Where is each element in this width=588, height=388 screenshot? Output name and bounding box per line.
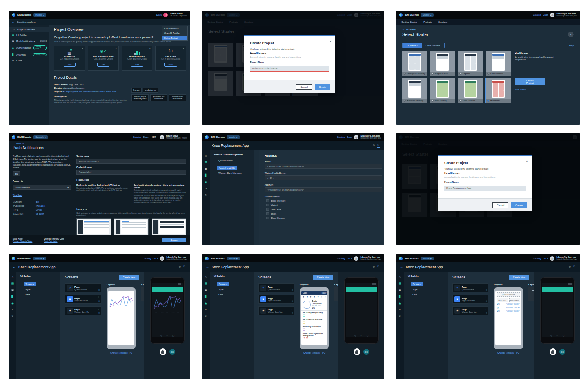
question-row[interactable]: Q3:<Answer choice>: [495, 309, 521, 313]
page-card-watson-care[interactable]: ☀ PageWatson Care Ma ⋮ ▯: [65, 306, 101, 315]
avatar[interactable]: ◎: [550, 256, 554, 261]
kebab-menu-icon[interactable]: ⋮: [184, 20, 187, 24]
kebab-icon[interactable]: ⋮: [98, 307, 100, 310]
theme-moon-icon[interactable]: ☾: [377, 265, 380, 269]
question-row[interactable]: Q2:<Answer choice>: [495, 306, 521, 309]
subnav-item-style[interactable]: Style: [411, 287, 445, 292]
change-template-link[interactable]: Change Template FPO: [303, 352, 325, 354]
project-name-input[interactable]: [250, 66, 329, 72]
add-image-button[interactable]: ADD IMAGE: [509, 298, 521, 302]
project-name-input[interactable]: [444, 186, 526, 191]
goal-item[interactable]: Record My Weight Daily: [301, 311, 327, 318]
subnav-item-data[interactable]: Data: [24, 292, 57, 297]
sidebar-item-code[interactable]: ‹›Code: [9, 58, 49, 63]
auth-icon[interactable]: ◉: [399, 302, 401, 305]
app-id-input[interactable]: <A random set of chars and numbers>: [265, 164, 382, 169]
checkbox-weight[interactable]: [266, 204, 269, 206]
goal-item[interactable]: Heart Failure Symptoms Management: [301, 332, 327, 340]
goal-item[interactable]: Walk Daily 6000 steps: [301, 325, 327, 332]
home-icon[interactable]: ⌂: [399, 276, 401, 278]
nav-getting-started[interactable]: Getting Started: [401, 21, 417, 23]
android-home-icon[interactable]: ○: [166, 334, 168, 336]
subnav-item-screens[interactable]: Screens: [411, 282, 423, 286]
questionnaire-header[interactable]: QUESTIONNAIRE: [497, 292, 520, 297]
android-back-icon[interactable]: ◁: [550, 334, 552, 337]
sidebar-item-ui-builder[interactable]: ▦UI Builder: [9, 32, 49, 38]
kebab-icon[interactable]: ⋮: [98, 296, 100, 298]
subnav-item-data[interactable]: Data: [217, 292, 250, 297]
ios-toggle-button[interactable]: iOS: [363, 349, 369, 355]
page-card-questionnaire[interactable]: ? PageQuestionnaire ⋮ ▯: [65, 283, 101, 292]
create-button[interactable]: Create: [511, 202, 527, 208]
starter-card-business-directory[interactable]: Business Directory: [402, 78, 427, 103]
page-card-questionnaire[interactable]: ? PageQuestionnaire ⋮ ▯: [452, 283, 488, 292]
add-button[interactable]: Add: [64, 63, 76, 67]
android-toggle-button[interactable]: [550, 348, 556, 355]
theme-moon-icon[interactable]: ☾: [183, 265, 186, 269]
trash-icon[interactable]: ▯: [292, 311, 293, 314]
home-icon[interactable]: ⌂: [205, 154, 207, 157]
starter-card-support-cases[interactable]: Support Cases: [430, 51, 455, 76]
add-text-button[interactable]: ADD TEXT: [497, 298, 508, 302]
docs-link[interactable]: Docs: [543, 14, 548, 16]
back-icon[interactable]: ←: [400, 265, 403, 269]
push-icon[interactable]: ▣: [11, 289, 14, 292]
view-terms-link[interactable]: View Terms: [515, 88, 566, 91]
android-recent-icon[interactable]: ▢: [172, 334, 175, 337]
kebab-icon[interactable]: ⋮: [291, 307, 293, 310]
theme-moon-icon[interactable]: ☾: [573, 265, 576, 269]
close-hex-button[interactable]: ×: [568, 32, 574, 37]
trash-icon[interactable]: ▯: [486, 300, 487, 302]
nav-projects[interactable]: Projects: [423, 21, 432, 23]
menu-item-delete-project[interactable]: Delete Project: [162, 36, 187, 40]
sidebar-item-push-notifications[interactable]: ▣Push Notificationsdisabled: [9, 38, 49, 44]
docs-link[interactable]: Docs: [347, 136, 352, 138]
android-home-icon[interactable]: ○: [556, 334, 558, 336]
subnav-item-screens[interactable]: Screens: [217, 282, 229, 286]
analytics-icon[interactable]: ▊: [205, 295, 207, 298]
kebab-icon[interactable]: ⋮: [291, 285, 293, 287]
close-icon[interactable]: ×: [149, 47, 151, 49]
starter-card-store-reviews[interactable]: Store Reviews: [458, 78, 483, 103]
create-new-button[interactable]: Create New: [313, 275, 333, 280]
credential-input[interactable]: Credentials-1: [76, 170, 186, 175]
change-template-link[interactable]: Change Template FPO: [110, 352, 132, 354]
subnav-item-apple-healthkit[interactable]: Apple HealthKit: [217, 166, 237, 170]
today-button[interactable]: Today: [321, 292, 326, 294]
docs-link[interactable]: Docs: [143, 136, 149, 138]
radio-icon[interactable]: [487, 73, 489, 75]
env-switcher[interactable]: Mobile▾: [33, 13, 46, 17]
env-switcher[interactable]: Console▾: [33, 135, 48, 139]
env-switcher[interactable]: Mobile▾: [227, 135, 240, 139]
answer-choice[interactable]: <Answer choice>: [506, 303, 520, 305]
gear-icon[interactable]: ⚙: [569, 265, 571, 269]
auth-icon[interactable]: ◉: [11, 302, 14, 305]
create-service-button[interactable]: Create: [162, 238, 186, 242]
view-button[interactable]: View: [164, 63, 178, 67]
watson-icon[interactable]: ✳: [205, 193, 207, 197]
trash-icon[interactable]: ▯: [292, 289, 293, 291]
android-recent-icon[interactable]: ▢: [367, 334, 369, 337]
menu-item-open-ui-builder[interactable]: Open UI Builder: [162, 31, 187, 36]
checkbox-blood-glucose[interactable]: [266, 217, 269, 219]
repo-url-link[interactable]: https://github.ibm.com/dlozano/drc-start…: [66, 90, 116, 93]
contact-sales-link[interactable]: Contact Bluemix Sales: [13, 240, 32, 242]
nav-services[interactable]: Services: [438, 21, 447, 23]
android-back-icon[interactable]: ◁: [160, 334, 162, 337]
push-icon[interactable]: ▣: [399, 289, 401, 292]
analytics-icon[interactable]: ▊: [399, 295, 401, 298]
server-input[interactable]: <URL>: [265, 175, 382, 180]
ios-toggle-button[interactable]: iOS: [169, 349, 175, 355]
close-icon[interactable]: ×: [183, 47, 184, 49]
ui-builder-icon[interactable]: ▦: [205, 282, 207, 285]
sidebar-item-analytics[interactable]: ▊AnalyticsComing Soon: [9, 52, 49, 58]
close-icon[interactable]: ×: [115, 47, 117, 49]
avatar[interactable]: ◎: [160, 256, 164, 261]
thumbnail[interactable]: [76, 218, 111, 236]
create-new-button[interactable]: Create New: [119, 275, 139, 280]
auth-icon[interactable]: ◉: [205, 302, 207, 305]
ui-builder-icon[interactable]: ▦: [11, 282, 14, 285]
cancel-button[interactable]: Cancel: [492, 202, 508, 208]
analytics-icon[interactable]: ▊: [11, 295, 13, 298]
menu-item-get-resources[interactable]: Get Resources: [162, 26, 187, 31]
